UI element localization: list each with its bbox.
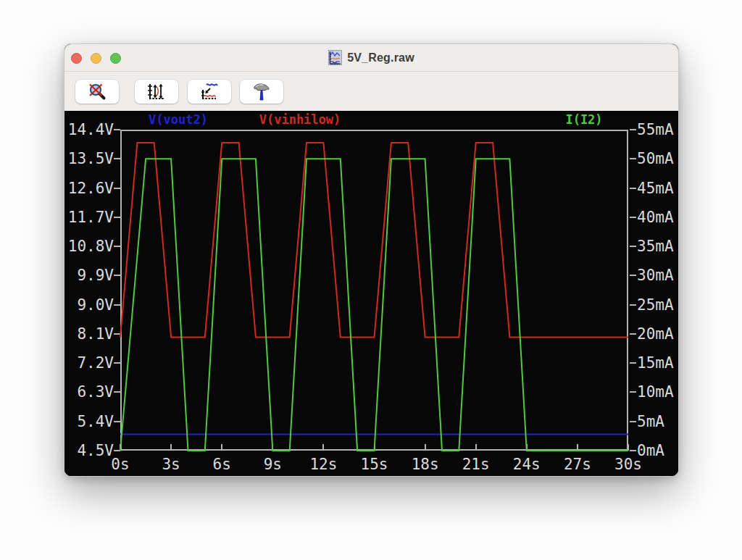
y-left-tick xyxy=(114,333,120,335)
y-right-tick xyxy=(630,333,636,335)
y-left-tick xyxy=(114,217,120,218)
zoom-back-button[interactable] xyxy=(75,80,119,104)
x-tick-label: 21s xyxy=(462,456,490,472)
y-right-tick-label: 15mA xyxy=(637,355,674,371)
y-left-tick xyxy=(114,304,120,306)
y-left-tick-label: 14.4V xyxy=(64,122,114,138)
y-left-tick-label: 6.3V xyxy=(64,384,114,400)
y-left-tick xyxy=(114,391,120,393)
y-left-tick xyxy=(114,188,120,189)
y-left-tick xyxy=(114,275,120,276)
plot-settings-icon xyxy=(200,83,219,101)
zoom-button[interactable] xyxy=(110,53,121,64)
y-right-tick-label: 50mA xyxy=(637,151,674,167)
y-left-tick-label: 4.5V xyxy=(64,443,114,459)
y-right-tick-label: 40mA xyxy=(637,209,674,225)
autorange-y-button[interactable] xyxy=(135,80,178,104)
trace-vvinhilow xyxy=(120,143,628,338)
y-left-tick xyxy=(114,421,120,422)
y-left-tick-label: 9.9V xyxy=(64,267,114,283)
y-left-tick-label: 11.7V xyxy=(64,209,114,225)
traffic-lights xyxy=(71,44,121,72)
minimize-button[interactable] xyxy=(91,53,101,64)
zoom-back-icon xyxy=(88,83,107,101)
y-right-tick-label: 30mA xyxy=(637,267,674,283)
y-right-tick-label: 45mA xyxy=(637,180,674,196)
y-left-tick xyxy=(114,362,120,364)
x-tick-label: 12s xyxy=(309,456,337,472)
desktop-background: 5V_Reg.raw xyxy=(0,0,742,560)
y-right-tick-label: 55mA xyxy=(637,122,674,138)
y-left-tick-label: 5.4V xyxy=(64,414,114,430)
x-tick-label: 24s xyxy=(513,456,541,472)
y-right-tick xyxy=(630,450,636,451)
ltspice-window: 5V_Reg.raw xyxy=(64,43,679,477)
y-right-tick xyxy=(630,391,636,393)
y-right-tick-label: 5mA xyxy=(637,414,664,430)
x-tick-label: 18s xyxy=(412,456,439,472)
x-tick-label: 9s xyxy=(264,456,282,472)
autorange-y-axis-icon xyxy=(147,83,166,101)
waveform-document-icon xyxy=(328,50,342,65)
close-button[interactable] xyxy=(71,53,82,64)
x-tick-label: 30s xyxy=(614,456,642,472)
y-left-tick-label: 8.1V xyxy=(64,326,114,342)
plot-settings-button[interactable] xyxy=(188,80,231,104)
legend-label-ii2[interactable]: I(I2) xyxy=(565,112,602,127)
trace-ii2 xyxy=(120,159,628,451)
y-left-tick-label: 9.0V xyxy=(64,297,114,313)
y-right-tick-label: 20mA xyxy=(637,326,674,342)
y-right-tick xyxy=(630,362,636,364)
titlebar[interactable]: 5V_Reg.raw xyxy=(64,44,678,72)
x-tick-label: 0s xyxy=(111,456,129,472)
toolbar xyxy=(64,72,678,111)
y-left-tick xyxy=(114,129,120,130)
title-wrap: 5V_Reg.raw xyxy=(64,50,678,65)
y-left-tick-label: 13.5V xyxy=(64,151,114,167)
y-right-tick xyxy=(630,188,636,189)
y-left-tick xyxy=(114,158,120,159)
x-tick-label: 3s xyxy=(162,456,180,472)
y-left-tick-label: 7.2V xyxy=(64,355,114,371)
y-right-tick xyxy=(630,246,636,247)
y-right-tick-label: 35mA xyxy=(637,238,674,254)
y-right-tick xyxy=(630,421,636,422)
x-tick-label: 15s xyxy=(361,456,388,472)
hammer-icon xyxy=(251,83,272,101)
legend-label-vvout2[interactable]: V(vout2) xyxy=(149,112,208,127)
y-right-tick xyxy=(630,158,636,159)
y-left-tick-label: 10.8V xyxy=(64,238,114,254)
y-right-tick xyxy=(630,129,636,130)
y-right-tick-label: 10mA xyxy=(637,384,674,400)
window-title: 5V_Reg.raw xyxy=(347,51,414,64)
control-panel-button[interactable] xyxy=(240,80,283,104)
y-right-tick-label: 25mA xyxy=(637,297,674,313)
x-tick-label: 27s xyxy=(564,456,591,472)
y-left-tick-label: 12.6V xyxy=(64,180,114,196)
legend-label-vvinhilow[interactable]: V(vinhilow) xyxy=(259,112,341,127)
y-right-tick xyxy=(630,275,636,276)
waveform-traces xyxy=(120,130,628,451)
y-right-tick xyxy=(630,304,636,306)
y-left-tick xyxy=(114,246,120,247)
x-tick-label: 6s xyxy=(213,456,231,472)
y-right-tick xyxy=(630,217,636,218)
plot-region[interactable]: V(vout2)V(vinhilow)I(I2) 14.4V13.5V12.6V… xyxy=(64,111,679,477)
